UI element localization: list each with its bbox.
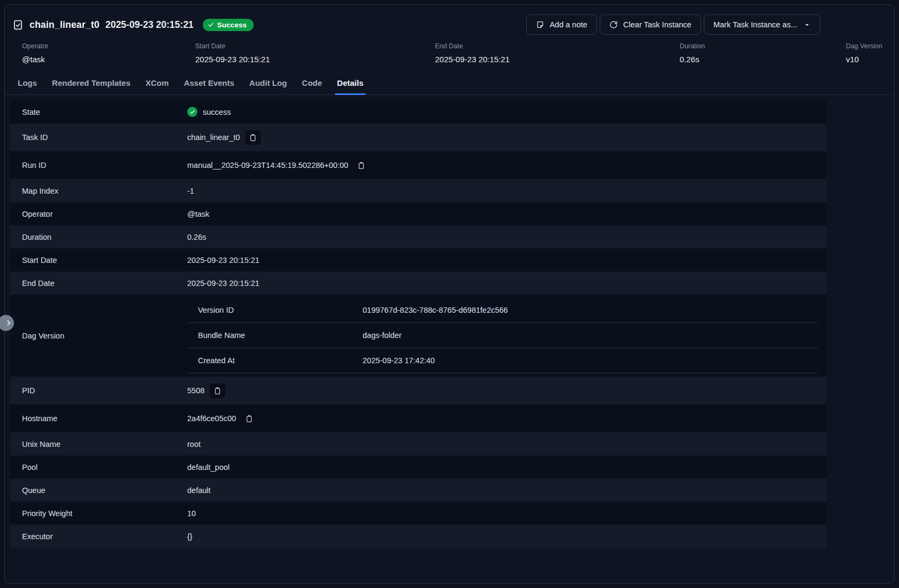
caret-down-icon xyxy=(802,21,810,28)
detail-row-map-index: Map Index-1 xyxy=(10,179,827,202)
detail-row-queue: Queuedefault xyxy=(10,479,827,502)
detail-row-pool: Pooldefault_pool xyxy=(10,455,827,479)
detail-value-map-index: -1 xyxy=(187,187,827,195)
task-instance-details-panel: chain_linear_t0 2025-09-23 20:15:21 Succ… xyxy=(4,4,895,584)
copy-hostname-button[interactable] xyxy=(241,411,257,426)
detail-text-duration: 0.26s xyxy=(187,233,206,241)
detail-label-hostname: Hostname xyxy=(10,414,187,423)
clear-task-instance-button[interactable]: Clear Task Instance xyxy=(600,14,701,35)
nested-row-created-at: Created At2025-09-23 17:42:40 xyxy=(187,348,818,373)
detail-text-unix-name: root xyxy=(187,440,201,449)
detail-value-end-date: 2025-09-23 20:15:21 xyxy=(187,279,827,288)
stat-value-operator: @task xyxy=(22,55,195,64)
mark-task-instance-as-button[interactable]: Mark Task Instance as... xyxy=(704,14,820,35)
detail-row-duration: Duration0.26s xyxy=(10,225,827,248)
detail-label-state: State xyxy=(10,108,187,116)
detail-text-operator: @task xyxy=(187,210,209,218)
nested-value-version-id: 0199767d-823c-788c-8765-d6981fe2c566 xyxy=(363,306,818,314)
stat-label-dag-version: Dag Version xyxy=(846,42,882,50)
detail-label-operator: Operator xyxy=(10,210,187,218)
detail-value-unix-name: root xyxy=(187,440,827,449)
tab-asset-events[interactable]: Asset Events xyxy=(176,72,242,94)
mark-task-instance-as-label: Mark Task Instance as... xyxy=(713,20,797,29)
stat-operator: Operator@task xyxy=(22,42,195,64)
detail-value-dag-version: Version ID0199767d-823c-788c-8765-d6981f… xyxy=(187,295,827,377)
copy-run-id-button[interactable] xyxy=(353,158,369,173)
detail-label-end-date: End Date xyxy=(10,279,187,288)
detail-row-start-date: Start Date2025-09-23 20:15:21 xyxy=(10,248,827,271)
detail-label-priority-weight: Priority Weight xyxy=(10,509,187,518)
detail-label-start-date: Start Date xyxy=(10,256,187,264)
tab-audit-log[interactable]: Audit Log xyxy=(242,72,294,94)
detail-row-executor: Executor{} xyxy=(10,525,827,548)
detail-text-end-date: 2025-09-23 20:15:21 xyxy=(187,279,260,288)
stat-duration: Duration0.26s xyxy=(680,42,846,64)
tab-bar: LogsRendered TemplatesXComAsset EventsAu… xyxy=(5,72,894,95)
stat-value-dag-version: v10 xyxy=(846,55,882,64)
detail-text-queue: default xyxy=(187,486,211,495)
success-badge-label: Success xyxy=(217,21,247,29)
tab-logs[interactable]: Logs xyxy=(10,72,45,94)
detail-value-pool: default_pool xyxy=(187,463,827,472)
nested-label-version-id: Version ID xyxy=(187,306,363,314)
stat-end-date: End Date2025-09-23 20:15:21 xyxy=(435,42,680,64)
copy-task-id-button[interactable] xyxy=(245,130,261,145)
detail-label-duration: Duration xyxy=(10,233,187,241)
clipboard-icon xyxy=(245,415,253,423)
add-a-note-button[interactable]: Add a note xyxy=(526,14,597,35)
nested-label-bundle-name: Bundle Name xyxy=(187,331,363,340)
stat-start-date: Start Date2025-09-23 20:15:21 xyxy=(195,42,435,64)
nested-value-bundle-name: dags-folder xyxy=(363,331,818,340)
detail-row-pid: PID5508 xyxy=(10,377,827,405)
stat-label-duration: Duration xyxy=(680,42,846,50)
task-title-group: chain_linear_t0 2025-09-23 20:15:21 Succ… xyxy=(12,19,254,31)
detail-text-start-date: 2025-09-23 20:15:21 xyxy=(187,256,260,264)
note-icon xyxy=(536,20,544,29)
detail-value-operator: @task xyxy=(187,210,827,218)
tab-details[interactable]: Details xyxy=(329,72,371,94)
task-summary-stats: Operator@taskStart Date2025-09-23 20:15:… xyxy=(5,40,894,72)
check-icon xyxy=(208,21,214,28)
add-a-note-label: Add a note xyxy=(550,20,587,29)
detail-row-priority-weight: Priority Weight10 xyxy=(10,502,827,525)
detail-label-queue: Queue xyxy=(10,486,187,495)
tab-rendered-templates[interactable]: Rendered Templates xyxy=(45,72,138,94)
detail-value-hostname: 2a4f6ce05c00 xyxy=(187,411,827,426)
detail-value-run-id: manual__2025-09-23T14:45:19.502286+00:00 xyxy=(187,158,827,173)
detail-text-hostname: 2a4f6ce05c00 xyxy=(187,414,236,423)
detail-row-hostname: Hostname2a4f6ce05c00 xyxy=(10,405,827,432)
detail-value-duration: 0.26s xyxy=(187,233,827,241)
success-badge: Success xyxy=(203,19,254,31)
task-run-timestamp: 2025-09-23 20:15:21 xyxy=(105,19,193,31)
clear-task-instance-label: Clear Task Instance xyxy=(623,20,691,29)
detail-row-task-id: Task IDchain_linear_t0 xyxy=(10,123,827,151)
detail-label-executor: Executor xyxy=(10,532,187,541)
detail-label-unix-name: Unix Name xyxy=(10,440,187,449)
copy-pid-button[interactable] xyxy=(210,384,225,398)
clipboard-icon xyxy=(249,134,257,142)
detail-label-pool: Pool xyxy=(10,463,187,472)
tab-code[interactable]: Code xyxy=(294,72,330,94)
detail-value-task-id: chain_linear_t0 xyxy=(187,130,827,145)
clipboard-icon xyxy=(213,387,222,395)
detail-value-start-date: 2025-09-23 20:15:21 xyxy=(187,256,827,264)
detail-text-map-index: -1 xyxy=(187,187,194,195)
stat-label-end-date: End Date xyxy=(435,42,680,50)
nested-value-created-at: 2025-09-23 17:42:40 xyxy=(363,356,818,365)
detail-text-pool: default_pool xyxy=(187,463,230,472)
header-action-buttons: Add a noteClear Task InstanceMark Task I… xyxy=(526,14,820,35)
details-table: StatesuccessTask IDchain_linear_t0Run ID… xyxy=(10,100,827,548)
detail-row-unix-name: Unix Nameroot xyxy=(10,432,827,455)
chevron-right-icon xyxy=(5,319,12,327)
stat-dag-version: Dag Versionv10 xyxy=(846,42,882,64)
detail-label-dag-version: Dag Version xyxy=(10,295,187,377)
detail-text-task-id: chain_linear_t0 xyxy=(187,133,240,142)
clipboard-icon xyxy=(357,161,365,170)
task-title: chain_linear_t0 xyxy=(30,19,99,31)
tab-xcom[interactable]: XCom xyxy=(138,72,176,94)
nested-row-version-id: Version ID0199767d-823c-788c-8765-d6981f… xyxy=(187,298,818,323)
redo-icon xyxy=(609,20,618,29)
nested-row-bundle-name: Bundle Namedags-folder xyxy=(187,323,818,348)
detail-label-task-id: Task ID xyxy=(10,133,187,142)
dag-version-nested-table: Version ID0199767d-823c-788c-8765-d6981f… xyxy=(187,298,818,373)
